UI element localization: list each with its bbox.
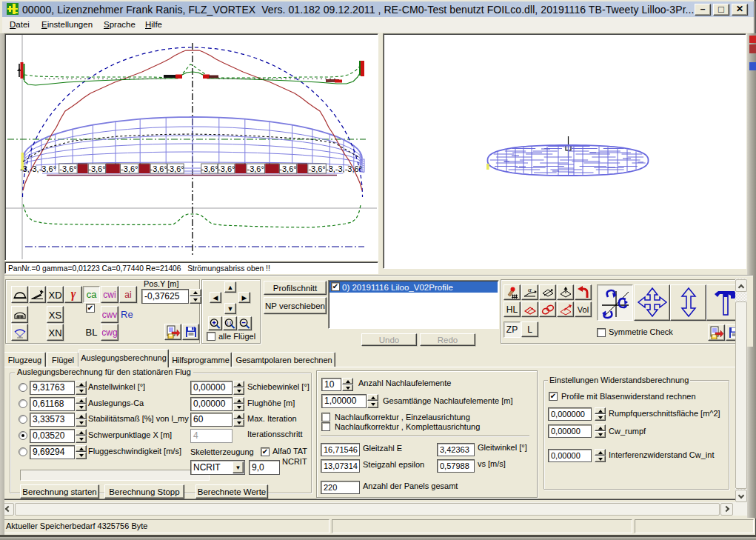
svg-text:-3,6°: -3,6° (121, 164, 138, 173)
svg-text:α: α (528, 286, 532, 293)
svg-text:-3,6°: -3,6° (59, 164, 76, 173)
svg-text:-3,6°: -3,6° (88, 164, 105, 173)
svg-text:-3,6°: -3,6° (247, 164, 264, 173)
svg-text:-3,-3,-3,6°: -3,-3,-3,6° (326, 164, 362, 173)
svg-text:1:1: 1:1 (226, 320, 232, 324)
svg-text:-3,6°: -3,6° (150, 164, 167, 173)
svg-text:-3,-3,-3,6°: -3,-3,-3,6° (20, 164, 56, 173)
svg-text:-3,6°: -3,6° (201, 164, 218, 173)
svg-text:-3,6°: -3,6° (167, 164, 184, 173)
svg-text:-3,6°: -3,6° (279, 164, 296, 173)
svg-text:-3,6°: -3,6° (308, 164, 325, 173)
svg-text:-3,6°: -3,6° (218, 164, 235, 173)
